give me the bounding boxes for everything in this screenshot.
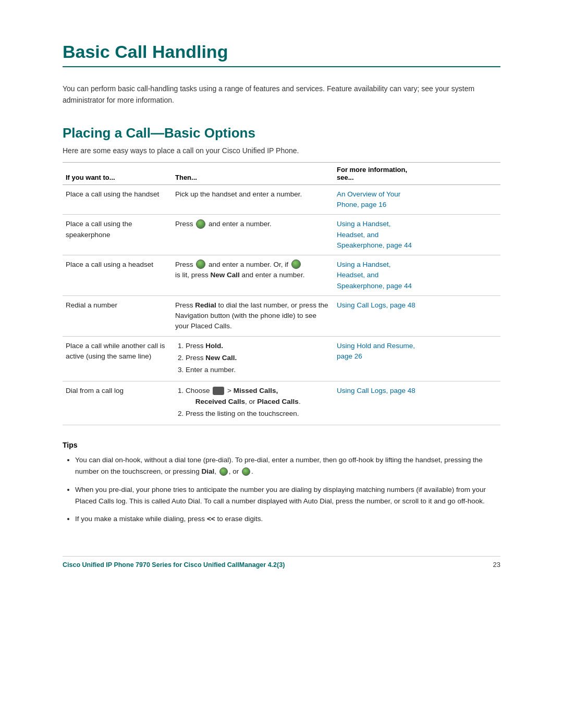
- speakerphone-icon: [196, 219, 205, 229]
- col-header-then: Then...: [172, 162, 334, 184]
- dial-icon: [219, 467, 228, 476]
- table-row: Place a call using the handset Pick up t…: [63, 184, 500, 215]
- row-want: Place a call using a headset: [63, 255, 172, 296]
- row-then: Press and enter a number. Or, if is lit,…: [172, 255, 334, 296]
- row-see: An Overview of YourPhone, page 16: [334, 184, 500, 215]
- step-item: Press Hold.: [186, 341, 328, 351]
- section-subtitle: Here are some easy ways to place a call …: [63, 146, 500, 155]
- step-item: Choose > Missed Calls, Received Calls, o…: [186, 386, 328, 407]
- step-item: Enter a number.: [186, 365, 328, 375]
- row-want: Place a call while another call is activ…: [63, 336, 172, 381]
- row-then: Pick up the handset and enter a number.: [172, 184, 334, 215]
- headset-icon-lit: [291, 260, 301, 269]
- footer: Cisco Unified IP Phone 7970 Series for C…: [63, 556, 500, 569]
- row-see: Using Hold and Resume,page 26: [334, 336, 500, 381]
- row-want: Dial from a call log: [63, 381, 172, 425]
- step-item: Press New Call.: [186, 353, 328, 363]
- section-title: Placing a Call—Basic Options: [63, 125, 500, 141]
- table-row: Redial a number Press Redial to dial the…: [63, 295, 500, 336]
- col-header-see: For more information, see...: [334, 162, 500, 184]
- headset-icon: [196, 260, 205, 269]
- title-divider: [63, 66, 500, 67]
- row-see: Using Call Logs, page 48: [334, 295, 500, 336]
- tip-item: When you pre-dial, your phone tries to a…: [75, 484, 500, 508]
- col-header-want: If you want to...: [63, 162, 172, 184]
- intro-paragraph: You can perform basic call-handling task…: [63, 83, 500, 106]
- tip-item: If you make a mistake while dialing, pre…: [75, 513, 500, 525]
- row-want: Place a call using the speakerphone: [63, 215, 172, 255]
- steps-list: Choose > Missed Calls, Received Calls, o…: [175, 386, 328, 419]
- table-header-row: If you want to... Then... For more infor…: [63, 162, 500, 184]
- table-row: Place a call while another call is activ…: [63, 336, 500, 381]
- placing-call-table: If you want to... Then... For more infor…: [63, 162, 500, 425]
- row-see: Using a Handset,Headset, andSpeakerphone…: [334, 215, 500, 255]
- tips-list: You can dial on-hook, without a dial ton…: [63, 454, 500, 525]
- row-then: Press Redial to dial the last number, or…: [172, 295, 334, 336]
- table-row: Place a call using a headset Press and e…: [63, 255, 500, 296]
- footer-brand: Cisco Unified IP Phone 7970 Series for C…: [63, 561, 285, 569]
- row-want: Redial a number: [63, 295, 172, 336]
- steps-list: Press Hold. Press New Call. Enter a numb…: [175, 341, 328, 376]
- row-then: Press and enter a number.: [172, 215, 334, 255]
- page-title: Basic Call Handling: [63, 42, 500, 62]
- footer-page-number: 23: [493, 561, 500, 569]
- step-item: Press the listing on the touchscreen.: [186, 409, 328, 419]
- row-then: Choose > Missed Calls, Received Calls, o…: [172, 381, 334, 425]
- row-see: Using a Handset,Headset, andSpeakerphone…: [334, 255, 500, 296]
- row-see: Using Call Logs, page 48: [334, 381, 500, 425]
- row-then: Press Hold. Press New Call. Enter a numb…: [172, 336, 334, 381]
- tip-item: You can dial on-hook, without a dial ton…: [75, 454, 500, 478]
- tips-title: Tips: [63, 441, 500, 449]
- menu-icon: [213, 387, 224, 395]
- tips-section: Tips You can dial on-hook, without a dia…: [63, 441, 500, 525]
- table-row: Dial from a call log Choose > Missed Cal…: [63, 381, 500, 425]
- speaker-icon: [242, 467, 250, 476]
- row-want: Place a call using the handset: [63, 184, 172, 215]
- table-row: Place a call using the speakerphone Pres…: [63, 215, 500, 255]
